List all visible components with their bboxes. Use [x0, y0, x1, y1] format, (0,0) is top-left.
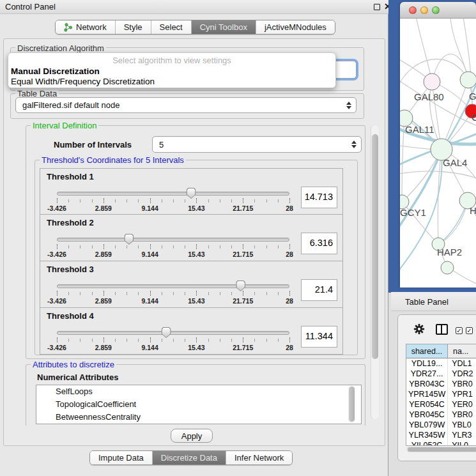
table-row[interactable]: YPR145WYPR1 [406, 389, 476, 399]
threshold-label: Threshold 1 [47, 172, 94, 181]
threshold-label: Threshold 3 [47, 265, 94, 274]
tick-label: 28 [286, 250, 293, 258]
table-row[interactable]: YBL079WYBL0 [406, 420, 476, 430]
tab-jactivemnodules[interactable]: jActiveMNodules [256, 20, 335, 34]
checkbox-icon[interactable]: ✓ [456, 327, 463, 334]
table-row[interactable]: YIL052CYIL0 [406, 440, 476, 446]
table-cell: YLR345W [406, 430, 448, 440]
tab-cyni-toolbox[interactable]: Cyni Toolbox [192, 20, 256, 34]
table-row[interactable]: YER054CYER0 [406, 399, 476, 410]
gear-icon[interactable] [413, 323, 425, 335]
threshold-slider-3[interactable]: -3.4262.8599.14415.4321.71528 [57, 282, 289, 307]
threshold-value-field[interactable]: 21.4 [301, 279, 337, 301]
slider-track[interactable] [57, 192, 289, 196]
threshold-slider-4[interactable]: -3.4262.8599.14415.4321.71528 [57, 328, 289, 354]
attributes-scrollbar-thumb[interactable] [349, 387, 355, 422]
numerical-attributes-list[interactable]: SelfLoopsTopologicalCoefficientBetweenne… [36, 385, 362, 424]
slider-minor-ticks [57, 292, 290, 295]
table-row[interactable]: YBR045CYBR0 [406, 410, 476, 420]
table-header-row: shared... na... [406, 344, 476, 358]
tick-label: 28 [286, 204, 293, 212]
column-header-shared-name[interactable]: shared... [406, 344, 448, 358]
table-cell: YBR0 [448, 410, 476, 420]
tick-label: 9.144 [141, 204, 158, 212]
node-label: GCY1 [400, 207, 426, 218]
close-traffic-light[interactable] [409, 6, 417, 14]
table-cell: YDL19... [406, 358, 448, 369]
number-of-intervals-combo[interactable]: 5 [152, 136, 362, 153]
threshold-label: Threshold 2 [47, 218, 94, 227]
checkbox-icon[interactable]: ✓ [466, 327, 473, 334]
threshold-row-3: Threshold 3 -3.4262.8599.14415.4321.7152… [40, 261, 343, 308]
attribute-list-item[interactable]: TopologicalCoefficient [36, 398, 361, 411]
table-data-combo-value: galFiltered.sif default node [22, 100, 119, 110]
minimize-traffic-light[interactable] [420, 6, 428, 14]
tick-label: 15.43 [188, 297, 204, 305]
table-cell: YIL0 [448, 440, 476, 446]
network-node[interactable] [460, 72, 476, 88]
slider-thumb[interactable] [236, 280, 245, 291]
table-cell: YDR27... [406, 369, 448, 379]
dropdown-hint: Select algorithm to view settings [8, 56, 335, 65]
tab-style[interactable]: Style [116, 20, 151, 34]
tab-select[interactable]: Select [151, 20, 192, 34]
tick-label: 21.715 [233, 250, 253, 258]
apply-button[interactable]: Apply [171, 429, 213, 443]
network-canvas[interactable]: GAL80 GA C GAL11 GAL4 GCY1 H HAP2 [400, 19, 476, 288]
threshold-value-field[interactable]: 11.344 [301, 326, 337, 348]
app-root: Control Panel ✕ Network Style Select Cyn… [0, 0, 476, 476]
tab-discretize-data[interactable]: Discretize Data [153, 451, 226, 464]
tick-label: 28 [286, 344, 293, 351]
float-window-icon[interactable] [374, 4, 380, 10]
tab-network[interactable]: Network [56, 20, 116, 34]
table-cell: YDL1 [448, 358, 476, 369]
slider-thumb[interactable] [187, 188, 196, 199]
node-label: HAP2 [437, 247, 462, 257]
attribute-list-item[interactable]: BetweennessCentrality [36, 411, 361, 424]
table-row[interactable]: YLR345WYLR3 [406, 430, 476, 440]
dropdown-option-manual[interactable]: Manual Discretization [10, 66, 333, 77]
table-panel-body: ✓ ✓ shared... na... YDL19...YDL1YDR27...… [397, 314, 476, 461]
threshold-slider-1[interactable]: -3.4262.8599.14415.4321.71528 [57, 189, 289, 215]
combo-stepper-icon [346, 102, 351, 109]
zoom-traffic-light[interactable] [432, 6, 440, 14]
threshold-slider-2[interactable]: -3.4262.8599.14415.4321.71528 [57, 235, 289, 261]
tick-label: 21.715 [233, 344, 253, 351]
tab-infer-network[interactable]: Infer Network [226, 451, 292, 464]
tick-label: 2.859 [95, 297, 112, 305]
main-scrollbar-thumb[interactable] [372, 134, 378, 359]
tab-label: Style [124, 22, 142, 32]
slider-thumb[interactable] [124, 234, 134, 245]
table-row[interactable]: YDL19...YDL1 [406, 358, 476, 369]
slider-track[interactable] [57, 284, 289, 288]
node-label: GA [469, 91, 476, 102]
table-cell: YLR3 [448, 430, 476, 440]
network-node[interactable] [424, 73, 440, 90]
combo-stepper-icon [351, 141, 357, 148]
split-columns-icon[interactable] [436, 324, 448, 335]
attributes-scrollbar-track [348, 386, 355, 423]
table-data-combo[interactable]: galFiltered.sif default node [15, 97, 357, 113]
slider-track[interactable] [57, 238, 289, 242]
node-label: H [470, 205, 476, 216]
control-panel-tabbar: Network Style Select Cyni Toolbox jActiv… [55, 20, 335, 35]
threshold-value-field[interactable]: 6.316 [301, 233, 337, 254]
table-hscrollbar-thumb[interactable] [408, 447, 476, 452]
table-row[interactable]: YBR043CYBR0 [406, 379, 476, 389]
tab-impute-data[interactable]: Impute Data [90, 451, 153, 464]
node-attribute-table: shared... na... YDL19...YDL1YDR27...YDR2… [406, 344, 476, 446]
network-node[interactable] [441, 261, 454, 274]
table-hscrollbar-track [406, 447, 476, 452]
threshold-value-field[interactable]: 14.713 [301, 187, 337, 208]
dropdown-option-equal-width[interactable]: Equal Width/Frequency Discretization [10, 77, 333, 87]
tick-label: 9.144 [141, 297, 158, 305]
slider-track[interactable] [57, 331, 289, 335]
slider-tick-labels: -3.4262.8599.14415.4321.71528 [57, 204, 289, 212]
table-row[interactable]: YDR27...YDR2 [406, 369, 476, 379]
slider-thumb[interactable] [162, 327, 171, 338]
table-cell: YBL0 [448, 420, 476, 430]
table-cell: YBR0 [448, 379, 476, 389]
column-header-name[interactable]: na... [448, 344, 476, 358]
attribute-list-item[interactable]: SelfLoops [36, 385, 361, 398]
tick-label: 15.43 [188, 204, 204, 212]
